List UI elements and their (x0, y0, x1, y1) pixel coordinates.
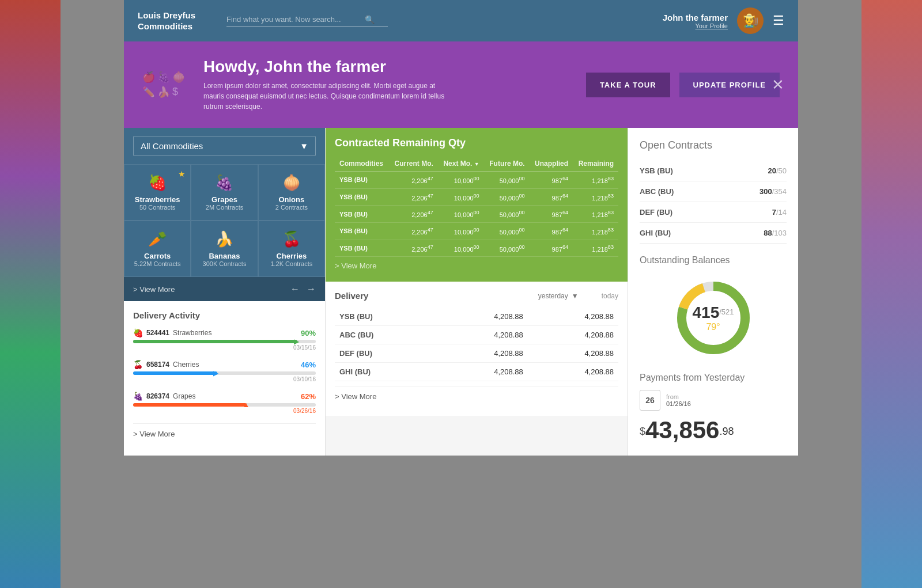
donut-chart: 415/521 79° (640, 275, 787, 361)
take-tour-button[interactable]: TAKE A TOUR (586, 73, 670, 97)
delivery-table-row: YSB (BU) 4,208.88 4,208.88 (335, 308, 618, 326)
hero-close-button[interactable]: ✕ (772, 76, 784, 94)
progress-arrow-cherries: ▶ (213, 369, 218, 377)
calendar-icon: 26 (640, 390, 660, 411)
open-contracts-list: YSB (BU) 20/50 ABC (BU) 300/354 DEF (BU)… (640, 161, 787, 244)
view-more-delivery-link[interactable]: > View More (335, 386, 618, 407)
grapes-icon: 🍇 (133, 392, 143, 401)
nav-arrows: ← → (290, 284, 316, 294)
hero-greeting: Howdy, John the farmer (203, 58, 568, 76)
delivery-table-row: GHI (BU) 4,208.88 4,208.88 (335, 363, 618, 381)
hero-icons: 🍎 🍇 🧅 ✏️ 🍌 $ (142, 71, 185, 98)
payment-from-info: from 01/26/16 (666, 393, 691, 407)
contract-row: GHI (BU) 88/103 (640, 223, 787, 244)
delivery-activity-item-strawberries: 🍓 524441 Strawberries 90% ▶ 03/15/16 (133, 328, 316, 351)
payments-title: Payments from Yesterday (640, 373, 787, 383)
delivery-table-header: Delivery yesterday ▼ today (335, 291, 618, 301)
hero-body: Lorem ipsum dolor sit amet, consectetur … (203, 81, 445, 112)
commodity-item-grapes[interactable]: 🍇 Grapes 2M Contracts (191, 164, 258, 221)
commodity-item-carrots[interactable]: 🥕 Carrots 5.22M Contracts (124, 221, 191, 277)
delivery-activity-section: Delivery Activity 🍓 524441 Strawberries … (124, 301, 325, 453)
contract-row: ABC (BU) 300/354 (640, 181, 787, 202)
cherries-pct: 46% (301, 361, 316, 369)
contracted-table: Commodities Current Mo. Next Mo. ▼ Futur… (335, 156, 618, 257)
col-remaining: Remaining (573, 156, 618, 172)
prev-arrow[interactable]: ← (290, 284, 300, 294)
contracted-section: Contracted Remaining Qty Commodities Cur… (326, 128, 628, 282)
right-panel: Open Contracts YSB (BU) 20/50 ABC (BU) 3… (628, 128, 798, 456)
donut-center: 415/521 79° (692, 304, 734, 332)
payment-from: 26 from 01/26/16 (640, 390, 787, 411)
delivery-table-title: Delivery (335, 291, 368, 301)
strawberry-progress-bar: ▶ (133, 340, 316, 343)
view-more-commodities-link[interactable]: > View More (133, 285, 175, 294)
delivery-activity-title: Delivery Activity (133, 310, 316, 320)
col-unapplied: Unapplied (530, 156, 573, 172)
open-contracts-title: Open Contracts (640, 139, 787, 151)
view-more-contracted-link[interactable]: > View More (335, 257, 618, 272)
delivery-activity-item-cherries: 🍒 658174 Cherries 46% ▶ 03/10/16 (133, 360, 316, 382)
payment-cents: .98 (719, 426, 734, 437)
sort-icon: ▼ (474, 161, 479, 167)
donut-main-value: 415 (692, 304, 719, 321)
contracted-table-row: YSB (BU) 2,20647 10,00000 50,00000 98764… (335, 240, 618, 257)
left-panel: All Commodities ▼ ★ 🍓 Strawberries 50 Co… (124, 128, 326, 456)
delivery-table-section: Delivery yesterday ▼ today YSB (BU) 4,20… (326, 282, 628, 416)
user-profile-link[interactable]: Your Profile (663, 22, 728, 29)
commodity-item-bananas[interactable]: 🍌 Bananas 300K Contracts (191, 221, 258, 277)
delivery-table-row: DEF (BU) 4,208.88 4,208.88 (335, 344, 618, 363)
col-future: Future Mo. (484, 156, 530, 172)
main-grid: All Commodities ▼ ★ 🍓 Strawberries 50 Co… (124, 128, 798, 456)
next-arrow[interactable]: → (307, 284, 316, 294)
middle-panel: Contracted Remaining Qty Commodities Cur… (326, 128, 628, 456)
filter-arrow-icon: ▼ (572, 292, 579, 300)
contract-row: DEF (BU) 7/14 (640, 202, 787, 223)
user-info: John the farmer Your Profile (663, 13, 728, 29)
grapes-progress-bar: ▲ (133, 403, 316, 407)
search-input[interactable] (226, 15, 365, 24)
contracted-table-row: YSB (BU) 2,20647 10,00000 50,00000 98764… (335, 206, 618, 223)
update-profile-button[interactable]: UPDATE PROFILE (679, 73, 780, 97)
delivery-activity-item-grapes: 🍇 826374 Grapes 62% ▲ 03/26/16 (133, 392, 316, 414)
commodity-item-onions[interactable]: 🧅 Onions 2 Contracts (258, 164, 325, 221)
delivery-filter[interactable]: yesterday ▼ (538, 292, 579, 300)
contracted-table-row: YSB (BU) 2,20647 10,00000 50,00000 98764… (335, 188, 618, 206)
strawberry-icon: 🍓 (133, 328, 143, 337)
grapes-pct: 62% (301, 392, 316, 401)
progress-arrow-strawberry: ▶ (294, 337, 299, 346)
cherries-progress-bar: ▶ (133, 371, 316, 375)
commodity-item-strawberries[interactable]: ★ 🍓 Strawberries 50 Contracts (124, 164, 191, 221)
hero-actions: TAKE A TOUR UPDATE PROFILE (586, 73, 780, 97)
search-bar[interactable]: 🔍 (226, 15, 388, 27)
hero-text: Howdy, John the farmer Lorem ipsum dolor… (203, 58, 568, 112)
today-label: today (602, 292, 618, 300)
strawberry-pct: 90% (301, 329, 316, 337)
view-more-delivery-activity-link[interactable]: > View More (133, 423, 316, 444)
donut-sub-value: 79° (692, 322, 734, 332)
outstanding-balances-title: Outstanding Balances (640, 255, 787, 265)
logo: Louis Dreyfus Commodities (138, 10, 195, 32)
commodity-selector: All Commodities ▼ (124, 128, 325, 164)
menu-button[interactable]: ☰ (773, 13, 784, 28)
search-icon: 🔍 (365, 15, 375, 24)
user-name: John the farmer (663, 13, 728, 22)
col-next[interactable]: Next Mo. ▼ (438, 156, 484, 172)
cherries-icon: 🍒 (133, 360, 143, 369)
hero-banner: 🍎 🍇 🧅 ✏️ 🍌 $ Howdy, John the farmer Lore… (124, 41, 798, 128)
payment-main: 43,856 (645, 416, 719, 443)
contracted-table-row: YSB (BU) 2,20647 10,00000 50,00000 98764… (335, 172, 618, 189)
commodity-item-cherries[interactable]: 🍒 Cherries 1.2K Contracts (258, 221, 325, 277)
contract-row: YSB (BU) 20/50 (640, 161, 787, 181)
progress-arrow-grapes: ▲ (243, 401, 250, 409)
delivery-table-row: ABC (BU) 4,208.88 4,208.88 (335, 326, 618, 344)
avatar: 👨‍🌾 (737, 7, 764, 34)
donut-denom: /521 (719, 308, 734, 316)
app-header: Louis Dreyfus Commodities 🔍 John the far… (124, 0, 798, 41)
payment-amount: $43,856.98 (640, 416, 787, 444)
header-right: John the farmer Your Profile 👨‍🌾 ☰ (663, 7, 784, 34)
col-current: Current Mo. (389, 156, 438, 172)
commodity-grid: ★ 🍓 Strawberries 50 Contracts 🍇 Grapes 2… (124, 164, 325, 277)
commodity-dropdown[interactable]: All Commodities ▼ (133, 136, 316, 156)
delivery-data-table: YSB (BU) 4,208.88 4,208.88 ABC (BU) 4,20… (335, 308, 618, 381)
view-more-row: > View More ← → (124, 277, 325, 301)
